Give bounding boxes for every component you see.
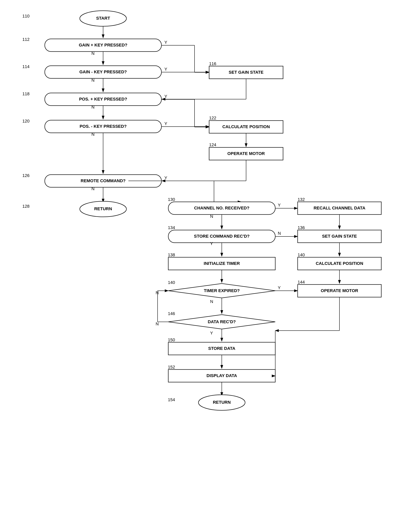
- node-110-label: START: [96, 16, 110, 21]
- node-124-ref: 124: [209, 142, 216, 147]
- node-120-y: Y: [164, 121, 167, 126]
- node-144-ref: 144: [298, 280, 305, 285]
- node-130-y: Y: [278, 203, 281, 207]
- node-126-ref: 126: [22, 173, 30, 178]
- node-152-label: DISPLAY DATA: [207, 373, 237, 378]
- node-134-label: STORE COMMAND REC'D?: [194, 234, 250, 239]
- node-112-y: Y: [164, 40, 167, 45]
- node-120-n: N: [91, 132, 95, 137]
- node-130-label: CHANNEL NO. RECEIVED?: [194, 206, 249, 210]
- node-138-label: INITIALIZE TIMER: [204, 261, 240, 266]
- node-128-ref: 128: [22, 204, 30, 209]
- node-154-ref: 154: [168, 397, 175, 402]
- node-114-n: N: [91, 78, 95, 83]
- node-146-label: DATA REC'D?: [208, 319, 236, 324]
- node-152-ref: 152: [168, 365, 175, 369]
- node-150-ref: 150: [168, 337, 175, 342]
- node-146-n: N: [156, 321, 159, 326]
- node-120-ref: 120: [22, 119, 30, 123]
- node-140-y: Y: [278, 285, 281, 290]
- node-116-ref: 116: [209, 61, 216, 66]
- node-126-y: Y: [164, 175, 167, 180]
- node-130-ref: 130: [168, 197, 175, 202]
- node-118-label: POS. + KEY PRESSED?: [79, 97, 127, 101]
- node-118-y: Y: [164, 94, 167, 99]
- node-124-label: OPERATE MOTOR: [227, 151, 265, 156]
- node-146-y: Y: [210, 331, 213, 335]
- node-140-n-left: N: [156, 290, 159, 295]
- node-138-ref: 138: [168, 253, 175, 257]
- node-140-n: N: [210, 299, 213, 304]
- flowchart-diagram: START 110 GAIN + KEY PRESSED? 112 Y N GA…: [0, 0, 420, 506]
- node-146-ref: 146: [168, 311, 175, 316]
- node-136-ref: 136: [298, 225, 305, 230]
- node-136-label: SET GAIN STATE: [322, 234, 357, 239]
- node-132-label: RECALL CHANNEL DATA: [314, 206, 365, 210]
- node-110-ref: 110: [22, 13, 30, 19]
- node-114-ref: 114: [22, 64, 30, 69]
- node-118-ref: 118: [22, 91, 30, 96]
- node-120-label: POS. - KEY PRESSED?: [80, 124, 127, 129]
- node-128-label: RETURN: [94, 206, 112, 211]
- node-154-label: RETURN: [213, 400, 231, 405]
- node-134-ref: 134: [168, 225, 175, 230]
- node-140b-label: CALCULATE POSITION: [316, 261, 363, 266]
- node-140b-ref: 140: [298, 253, 305, 257]
- node-112-label: GAIN + KEY PRESSED?: [79, 43, 127, 47]
- node-122-ref: 122: [209, 115, 216, 120]
- node-122-label: CALCULATE POSITION: [222, 124, 270, 129]
- node-114-label: GAIN - KEY PRESSED?: [79, 69, 127, 74]
- node-134-n-right: N: [278, 231, 281, 236]
- node-126-label: REMOTE COMMAND?: [81, 178, 126, 183]
- node-126-n: N: [91, 186, 95, 191]
- node-116-label: SET GAIN STATE: [229, 70, 264, 75]
- node-150-label: STORE DATA: [208, 346, 235, 351]
- node-118-n: N: [91, 105, 95, 109]
- node-132-ref: 132: [298, 197, 305, 202]
- node-134-y: Y: [210, 241, 213, 246]
- node-112-n: N: [91, 51, 95, 56]
- node-130-n: N: [210, 214, 213, 219]
- node-112-ref: 112: [22, 37, 30, 42]
- node-114-y: Y: [164, 67, 167, 72]
- node-140-ref: 140: [168, 280, 175, 285]
- node-144-label: OPERATE MOTOR: [321, 288, 358, 293]
- node-140-label: TIMER EXPIRED?: [204, 288, 240, 293]
